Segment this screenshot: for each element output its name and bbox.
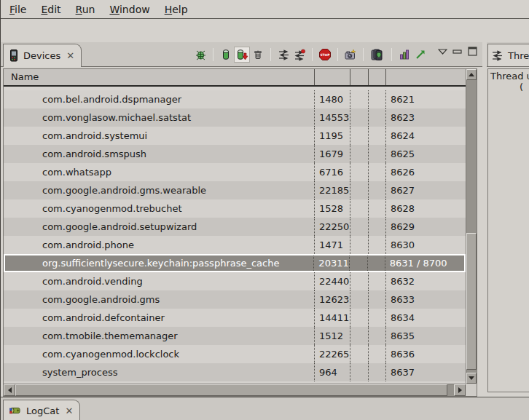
process-port: 8624 — [385, 127, 466, 145]
devices-view: Devices ✕ — [1, 42, 482, 397]
menu-item[interactable]: File — [2, 1, 34, 17]
stop-icon: STOP — [318, 48, 332, 61]
update-heap-button[interactable] — [218, 47, 234, 63]
process-name: com.google.android.gms.wearable — [4, 181, 314, 199]
process-blank2 — [368, 290, 385, 309]
column-header-name[interactable]: Name — [4, 69, 314, 85]
menu-item[interactable]: Help — [157, 1, 195, 17]
minimize-button[interactable] — [452, 48, 463, 55]
tab-devices[interactable]: Devices ✕ — [3, 44, 82, 67]
menu-item[interactable]: Window — [102, 1, 157, 17]
toolbar-separator — [312, 48, 313, 61]
dump-hprof-button[interactable] — [234, 47, 250, 63]
process-port: 8633 — [385, 290, 466, 309]
table-row[interactable]: com.google.android.gms.wearable 22185 86… — [4, 181, 466, 199]
process-blank1 — [350, 218, 368, 236]
vertical-scroll-thumb[interactable] — [466, 233, 477, 370]
column-header-blank1[interactable] — [350, 69, 368, 85]
logcat-tabbar: LogCat ✕ — [1, 397, 529, 420]
tab-threads-label: Threa — [508, 50, 529, 61]
process-port: 8628 — [385, 199, 466, 218]
threads-tabbar: Threa — [487, 42, 529, 67]
process-blank2 — [368, 345, 385, 363]
view-controls — [438, 47, 478, 56]
menu-bar: File Edit Run Window Help — [1, 0, 529, 19]
horizontal-scrollbar[interactable] — [4, 384, 466, 396]
vertical-scrollbar[interactable] — [466, 69, 477, 384]
menu-item[interactable]: Run — [68, 1, 103, 17]
minimize-icon — [452, 48, 463, 55]
process-name: com.android.vending — [4, 272, 314, 290]
scroll-up-button[interactable] — [466, 69, 477, 80]
heap-bars-button[interactable] — [396, 47, 412, 63]
process-name: com.android.defcontainer — [4, 309, 314, 327]
close-icon[interactable]: ✕ — [63, 405, 73, 416]
cause-gc-button[interactable] — [250, 47, 266, 63]
process-blank1 — [350, 199, 368, 218]
process-blank2 — [368, 108, 385, 127]
scroll-down-button[interactable] — [466, 373, 477, 384]
table-row[interactable]: com.android.defcontainer 14411 8634 — [4, 309, 466, 327]
threads-view: Threa Thread up ( — [487, 42, 529, 397]
screen-capture-button[interactable] — [342, 47, 358, 63]
scroll-left-button[interactable] — [4, 384, 15, 396]
vertical-scroll-track[interactable] — [466, 80, 477, 373]
debug-attach-button[interactable] — [192, 47, 208, 63]
process-blank1 — [350, 345, 368, 363]
table-row[interactable]: com.google.android.setupwizard 22250 862… — [4, 218, 466, 236]
process-blank2 — [368, 181, 385, 199]
process-pid: 22250 — [314, 218, 350, 236]
tab-logcat[interactable]: LogCat ✕ — [3, 400, 80, 420]
table-row[interactable]: org.sufficientlysecure.keychain:passphra… — [4, 254, 466, 272]
threads-icon — [278, 49, 290, 61]
stop-process-button[interactable]: STOP — [317, 47, 333, 63]
table-row[interactable]: com.android.phone 1471 8630 — [4, 236, 466, 254]
column-header-port[interactable] — [385, 69, 466, 85]
table-header[interactable]: Name — [4, 69, 466, 87]
close-icon[interactable]: ✕ — [65, 50, 74, 61]
column-header-pid[interactable] — [314, 69, 350, 85]
table-row[interactable]: com.android.vending 22440 8632 — [4, 272, 466, 290]
phone-icon — [9, 49, 19, 62]
menu-item[interactable]: Edit — [34, 1, 68, 17]
process-pid: 964 — [314, 363, 350, 381]
table-row[interactable]: com.bel.android.dspmanager 1480 8621 — [4, 90, 466, 108]
capture-device-view-button[interactable] — [368, 47, 387, 63]
toolbar-separator — [391, 48, 392, 61]
tab-threads[interactable]: Threa — [487, 44, 529, 66]
process-blank1 — [349, 255, 367, 271]
table-row[interactable]: com.cyanogenmod.lockclock 22265 8636 — [4, 345, 466, 363]
table-row[interactable]: com.google.android.gms 12623 8633 — [4, 290, 466, 309]
process-name: com.android.systemui — [4, 127, 314, 145]
heap-bars-icon — [399, 49, 410, 60]
maximize-button[interactable] — [468, 47, 478, 56]
scroll-right-button[interactable] — [454, 384, 466, 396]
toolbar-separator — [270, 48, 271, 61]
table-row[interactable]: com.android.smspush 1679 8625 — [4, 145, 466, 163]
start-method-profiling-button[interactable] — [291, 47, 307, 63]
process-blank2 — [368, 127, 385, 145]
process-blank2 — [367, 255, 385, 271]
start-profiling-arrow-button[interactable] — [412, 47, 428, 63]
process-port: 8625 — [385, 145, 466, 163]
update-threads-button[interactable] — [275, 47, 291, 63]
table-row[interactable]: system_process 964 8637 — [4, 363, 466, 381]
process-blank1 — [350, 236, 368, 254]
table-row[interactable]: com.cyanogenmod.trebuchet 1528 8628 — [4, 199, 466, 218]
column-header-blank2[interactable] — [368, 69, 385, 85]
table-row[interactable]: com.whatsapp 6716 8626 — [4, 163, 466, 181]
process-port: 8635 — [385, 327, 466, 345]
process-port: 8623 — [385, 108, 466, 127]
process-pid: 1528 — [314, 199, 350, 218]
view-menu-button[interactable] — [438, 49, 447, 55]
table-row[interactable]: com.vonglasow.michael.satstat 14553 8623 — [4, 108, 466, 127]
green-arrow-icon — [415, 49, 426, 60]
process-blank2 — [368, 218, 385, 236]
main-area: Devices ✕ — [1, 42, 529, 397]
process-rows: com.bel.android.dspmanager 1480 8621 com… — [4, 90, 466, 381]
process-blank1 — [350, 272, 368, 290]
horizontal-scroll-thumb[interactable] — [15, 384, 447, 396]
table-row[interactable]: com.android.systemui 1195 8624 — [4, 127, 466, 145]
table-row[interactable]: com.tmobile.thememanager 1512 8635 — [4, 327, 466, 345]
process-port: 8631 / 8700 — [385, 255, 464, 271]
